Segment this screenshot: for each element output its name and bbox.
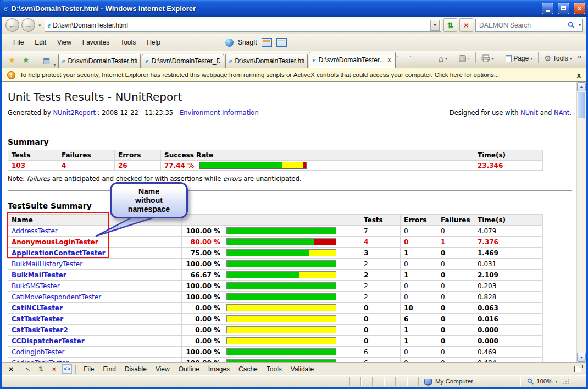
suite-name-link[interactable]: CatTaskTester2 bbox=[12, 326, 68, 334]
search-dropdown-icon[interactable]: ▾ bbox=[579, 23, 581, 28]
devbar-menu-item[interactable]: Cache bbox=[234, 364, 262, 374]
browser-tab[interactable]: e D:\svn\DomainTester.html bbox=[225, 54, 308, 68]
quick-tabs-icon[interactable]: ▦ bbox=[40, 56, 51, 68]
refresh-button[interactable]: ⇅ bbox=[443, 18, 457, 32]
snagit-profile-icon[interactable] bbox=[276, 38, 287, 47]
tab-close-icon[interactable]: X bbox=[387, 57, 392, 63]
undock-icon[interactable] bbox=[574, 366, 581, 372]
search-button[interactable] bbox=[567, 20, 576, 31]
summary-heading: Summary bbox=[8, 138, 572, 146]
devbar-menu-item[interactable]: Disable bbox=[120, 364, 151, 374]
tools-menu-button[interactable]: ⚙Tools▾ bbox=[542, 53, 574, 64]
nant-link[interactable]: NAnt bbox=[554, 109, 569, 117]
divider bbox=[8, 190, 572, 191]
home-button[interactable]: ⌂▾ bbox=[436, 53, 450, 64]
browser-tab[interactable]: e D:\svn\DomainTester_Dr... bbox=[142, 54, 224, 68]
infobar-close-icon[interactable]: x bbox=[577, 71, 581, 79]
summary-success-rate: 77.44 % bbox=[161, 161, 196, 171]
suite-name-link[interactable]: BulkSMSTester bbox=[12, 282, 60, 290]
separator bbox=[36, 54, 36, 65]
suite-name-link[interactable]: BulkMailHistoryTester bbox=[12, 260, 82, 268]
maximize-button[interactable] bbox=[558, 3, 569, 14]
devbar-menu-item[interactable]: Validate bbox=[286, 364, 318, 374]
page-menu-button[interactable]: Page▾ bbox=[503, 53, 535, 63]
suite-errors: 0 bbox=[401, 226, 437, 237]
close-window-button[interactable]: × bbox=[574, 3, 585, 14]
zoom-dropdown-icon[interactable]: ▾ bbox=[555, 379, 557, 384]
summary-table: Tests Failures Errors Success Rate Time(… bbox=[8, 150, 543, 171]
menu-item[interactable]: Help bbox=[141, 37, 166, 48]
feeds-button[interactable]: ▾ bbox=[457, 54, 472, 63]
devbar-menu-item[interactable]: Find bbox=[99, 364, 120, 374]
information-bar[interactable]: ! To help protect your security, Interne… bbox=[2, 68, 586, 82]
suite-name-link[interactable]: CCDispatcherTester bbox=[12, 337, 85, 345]
snagit-window-icon[interactable] bbox=[262, 38, 272, 47]
menu-item[interactable]: Favorites bbox=[77, 37, 115, 48]
add-favorite-icon[interactable]: ★ bbox=[19, 55, 32, 68]
search-input[interactable] bbox=[479, 21, 564, 29]
stop-button[interactable]: × bbox=[459, 18, 473, 32]
nunit-link[interactable]: NUnit bbox=[520, 109, 538, 117]
devbar-menu-item[interactable]: View bbox=[151, 364, 174, 374]
suite-name-link[interactable]: CatiNCLTester bbox=[12, 304, 63, 312]
suite-name-link[interactable]: CodingJobTester bbox=[12, 348, 64, 356]
tab-list-dropdown-icon[interactable]: ▾ bbox=[52, 62, 57, 68]
address-bar[interactable]: e ▾ bbox=[45, 19, 441, 32]
menu-item[interactable]: File bbox=[8, 37, 29, 48]
suite-name-link[interactable]: CatiMoveRespondentTester bbox=[12, 293, 101, 301]
suite-name-link[interactable]: BulkMailTester bbox=[12, 271, 66, 279]
forward-button[interactable]: → bbox=[21, 18, 35, 32]
view-source-icon[interactable]: <> bbox=[62, 364, 72, 374]
testsuite-row: BulkSMSTester 100.00 % 2 0 0 0.203 bbox=[8, 281, 543, 292]
home-dropdown-icon[interactable]: ▾ bbox=[445, 56, 447, 61]
new-tab-stub[interactable] bbox=[397, 56, 411, 68]
suite-name-link[interactable]: AnonymousLoginTester bbox=[12, 238, 98, 246]
scrollbar-track[interactable] bbox=[577, 119, 586, 353]
testsuite-col-errors: Errors bbox=[401, 215, 437, 226]
address-dropdown-button[interactable]: ▾ bbox=[430, 20, 440, 31]
devbar-refresh-icon[interactable]: ⇅ bbox=[36, 364, 46, 374]
devbar-close-icon[interactable]: × bbox=[7, 365, 15, 374]
back-button[interactable]: ← bbox=[5, 18, 19, 32]
vertical-scrollbar[interactable]: ▲ ▼ bbox=[576, 82, 586, 362]
print-dropdown-icon[interactable]: ▾ bbox=[492, 56, 494, 61]
suite-name-link[interactable]: ApplicationContactTester bbox=[12, 249, 105, 257]
devbar-menu-item[interactable]: Tools bbox=[262, 364, 286, 374]
zoom-panel[interactable]: 100% ▾ bbox=[520, 377, 586, 386]
print-button[interactable]: ▾ bbox=[479, 53, 496, 63]
environment-information-link[interactable]: Environment Information bbox=[180, 109, 259, 117]
devbar-disable-icon[interactable]: × bbox=[49, 364, 59, 374]
suite-name-link[interactable]: CodingTaskTester bbox=[12, 359, 69, 363]
scroll-up-icon[interactable]: ▲ bbox=[577, 82, 586, 91]
devbar-menu-item[interactable]: Images bbox=[204, 364, 234, 374]
favorites-center-icon[interactable]: ★ bbox=[5, 55, 18, 68]
minimize-button[interactable] bbox=[542, 3, 553, 14]
page-dropdown-icon[interactable]: ▾ bbox=[530, 56, 532, 61]
tabs: e D:\svn\DomainTester.html e D:\svn\Doma… bbox=[58, 52, 396, 68]
scroll-down-icon[interactable]: ▼ bbox=[577, 353, 586, 362]
select-element-icon[interactable]: ↖ bbox=[23, 364, 32, 374]
address-input[interactable] bbox=[53, 21, 428, 29]
menu-item[interactable]: Tools bbox=[115, 37, 141, 48]
snagit-button[interactable]: SnagIt bbox=[238, 39, 257, 46]
toolbar-overflow-chevron[interactable]: » bbox=[575, 52, 583, 61]
search-box[interactable]: ▾ bbox=[475, 19, 583, 32]
tools-dropdown-icon[interactable]: ▾ bbox=[570, 56, 572, 61]
browser-tab[interactable]: e D:\svn\DomainTester.html bbox=[58, 54, 141, 68]
infobar-text[interactable]: To help protect your security, Internet … bbox=[20, 72, 499, 78]
note-prefix: Note: bbox=[8, 175, 27, 183]
browser-tab[interactable]: e D:\svn\DomainTester.... X bbox=[309, 52, 396, 68]
suite-time: 0.000 bbox=[474, 336, 543, 347]
devbar-menu-item[interactable]: File bbox=[79, 364, 98, 374]
suite-failures: 0 bbox=[437, 314, 474, 325]
menu-item[interactable]: Edit bbox=[29, 37, 52, 48]
scrollbar-thumb[interactable] bbox=[578, 92, 585, 118]
nunit2report-link[interactable]: NUnit2Report bbox=[53, 109, 95, 117]
suite-name-link[interactable]: AddressTester bbox=[12, 227, 58, 235]
suite-failures: 0 bbox=[437, 226, 474, 237]
history-dropdown-icon[interactable]: ▾ bbox=[37, 23, 42, 28]
menu-item[interactable]: View bbox=[52, 37, 77, 48]
devbar-menu-item[interactable]: Outline bbox=[174, 364, 204, 374]
resize-grip[interactable] bbox=[563, 379, 569, 384]
suite-name-link[interactable]: CatTaskTester bbox=[12, 315, 63, 323]
